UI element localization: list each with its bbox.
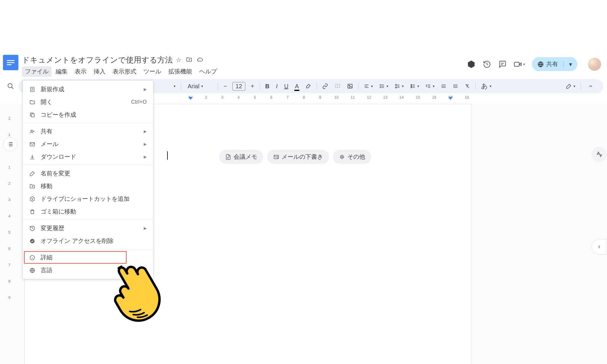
mail-icon: [273, 154, 279, 160]
file-menu-trash[interactable]: ゴミ箱に移動: [23, 205, 153, 218]
file-menu-move[interactable]: 移動: [23, 180, 153, 193]
bulleted-list-button[interactable]: [408, 82, 421, 91]
svg-point-10: [411, 87, 412, 88]
new-icon: [29, 86, 36, 92]
menu-拡張機能[interactable]: 拡張機能: [165, 66, 195, 77]
editing-mode-button[interactable]: [563, 81, 578, 91]
svg-rect-16: [31, 114, 34, 117]
chip-会議メモ[interactable]: 会議メモ: [219, 150, 263, 164]
rename-icon: [29, 171, 36, 177]
menu-挿入[interactable]: 挿入: [91, 66, 108, 77]
italic-button[interactable]: I: [274, 81, 280, 92]
line-spacing-button[interactable]: [377, 82, 391, 91]
share-icon: [29, 129, 36, 134]
cloud-status-icon[interactable]: [197, 56, 203, 64]
checklist-button[interactable]: [392, 82, 406, 91]
text-color-button[interactable]: A: [293, 81, 301, 92]
chip-メールの下書き[interactable]: メールの下書き: [267, 150, 329, 164]
file-menu-download[interactable]: ダウンロード▶: [23, 150, 153, 163]
svg-point-2: [8, 84, 12, 88]
align-button[interactable]: [362, 82, 375, 91]
file-menu-shortcut[interactable]: ドライブにショートカットを追加: [23, 193, 153, 205]
font-size-input[interactable]: 12: [232, 82, 245, 91]
user-avatar[interactable]: [588, 58, 601, 71]
shortcut-icon: [29, 196, 36, 202]
font-family-dropdown[interactable]: Arial: [184, 83, 215, 90]
move-icon: [29, 183, 36, 189]
font-size-decrease[interactable]: −: [221, 81, 229, 92]
menu-表示[interactable]: 表示: [72, 66, 90, 77]
font-size-increase[interactable]: +: [248, 81, 257, 92]
menu-表示形式[interactable]: 表示形式: [110, 66, 139, 77]
svg-rect-6: [396, 84, 397, 86]
toolbar-search-icon[interactable]: [5, 81, 16, 92]
doc-title[interactable]: ドキュメントをオフラインで使用する方法: [22, 55, 173, 65]
indent-decrease-button[interactable]: [439, 82, 449, 91]
comments-icon[interactable]: [498, 60, 507, 68]
file-menu: 新規作成▶開くCtrl+Oコピーを作成共有▶メール▶ダウンロード▶名前を変更移動…: [23, 81, 153, 279]
info-icon: [29, 255, 36, 261]
text-cursor: [167, 151, 168, 160]
copy-icon: [29, 112, 36, 118]
file-menu-offline[interactable]: オフライン アクセスを削除: [23, 235, 153, 247]
file-menu-copy[interactable]: コピーを作成: [23, 108, 153, 121]
file-menu-share[interactable]: 共有▶: [23, 125, 153, 138]
insert-comment-button[interactable]: [332, 81, 343, 91]
template-chips: 会議メモメールの下書きその他: [219, 150, 371, 164]
file-menu-mail[interactable]: メール▶: [23, 138, 153, 150]
file-menu-lang[interactable]: 言語: [23, 264, 153, 277]
file-menu-open[interactable]: 開くCtrl+O: [23, 96, 153, 108]
highlight-button[interactable]: [303, 81, 314, 91]
move-to-folder-icon[interactable]: [186, 56, 192, 64]
vertical-ruler[interactable]: 21123456789: [8, 106, 15, 364]
insert-image-button[interactable]: [345, 81, 355, 91]
offline-icon: [29, 238, 36, 244]
share-dropdown-icon[interactable]: ▾: [569, 61, 576, 68]
input-tools-button[interactable]: あ: [479, 80, 494, 92]
docs-logo[interactable]: [3, 55, 18, 70]
svg-point-8: [411, 84, 412, 85]
indent-increase-button[interactable]: [451, 82, 461, 91]
numbered-list-button[interactable]: 12: [423, 82, 437, 91]
styles-dropdown[interactable]: [170, 82, 178, 90]
menubar: ファイル編集表示挿入表示形式ツール拡張機能ヘルプ: [22, 66, 463, 77]
file-menu-info[interactable]: 詳細: [23, 251, 153, 264]
svg-rect-0: [514, 62, 519, 66]
svg-point-5: [349, 85, 350, 86]
file-menu-rename[interactable]: 名前を変更: [23, 167, 153, 180]
history-icon: [29, 225, 36, 231]
file-menu-history[interactable]: 変更履歴▶: [23, 222, 153, 235]
download-icon: [29, 154, 36, 160]
menu-ヘルプ[interactable]: ヘルプ: [196, 66, 220, 77]
docs-logo-lines: [7, 60, 15, 65]
at-icon: [339, 154, 345, 160]
meet-button[interactable]: ▾: [514, 60, 525, 68]
menu-編集[interactable]: 編集: [53, 66, 71, 77]
bold-button[interactable]: B: [263, 81, 272, 92]
history-icon[interactable]: [483, 60, 491, 68]
side-panel-toggle[interactable]: ‹: [592, 239, 607, 254]
open-icon: [29, 99, 36, 105]
lang-icon: [29, 267, 36, 273]
header: ドキュメントをオフラインで使用する方法 ☆ ファイル編集表示挿入表示形式ツール拡…: [0, 52, 607, 77]
menu-ツール[interactable]: ツール: [140, 66, 164, 77]
menu-ファイル[interactable]: ファイル: [22, 66, 52, 77]
page-icon: [225, 154, 231, 160]
apps-hex-icon[interactable]: [467, 60, 476, 69]
star-icon[interactable]: ☆: [176, 56, 182, 64]
collapse-toolbar-button[interactable]: [584, 82, 598, 91]
svg-point-9: [411, 86, 412, 87]
clear-formatting-button[interactable]: [462, 82, 472, 91]
chip-その他[interactable]: その他: [333, 150, 371, 164]
svg-rect-4: [348, 84, 352, 88]
file-menu-new[interactable]: 新規作成▶: [23, 83, 153, 96]
share-button[interactable]: 共有 ▾: [532, 57, 577, 71]
trash-icon: [29, 209, 36, 215]
underline-button[interactable]: U: [282, 81, 291, 92]
svg-text:2: 2: [426, 85, 427, 87]
insert-link-button[interactable]: [320, 81, 330, 91]
translate-button[interactable]: [592, 147, 607, 162]
svg-point-17: [31, 130, 32, 132]
mail-icon: [29, 141, 36, 147]
svg-point-19: [30, 239, 35, 243]
